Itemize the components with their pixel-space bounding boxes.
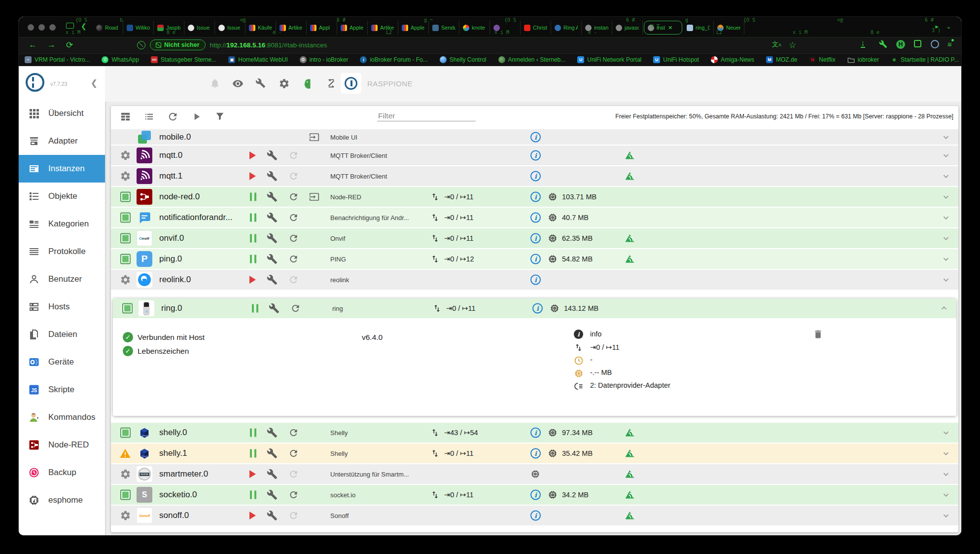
bookmark-item[interactable]: ⚙intro - ioBroker	[300, 56, 349, 63]
instance-enabled-checkbox[interactable]	[120, 490, 131, 500]
open-web-ui-button[interactable]	[309, 132, 319, 142]
instance-enabled-checkbox[interactable]	[122, 303, 133, 314]
info-icon[interactable]: i	[530, 233, 541, 244]
filter-funnel-icon[interactable]	[214, 111, 226, 123]
browser-tab[interactable]: Issue	[184, 21, 215, 35]
expert-mode-icon[interactable]	[302, 78, 314, 90]
browser-menu-icon[interactable]: ≡	[947, 40, 952, 48]
settings-wrench-button[interactable]	[267, 191, 278, 202]
bookmark-item[interactable]: ⊕Startseite | RADIO P...	[891, 56, 959, 63]
info-icon[interactable]: i	[530, 448, 541, 459]
sidebar-item-objekte[interactable]: Objekte	[19, 183, 105, 210]
tab-close-icon[interactable]: ✕	[668, 25, 672, 31]
pause-button[interactable]	[250, 193, 256, 201]
browser-tab[interactable]: Appl	[307, 21, 337, 35]
browser-tab-active[interactable]: inst ✕	[644, 21, 682, 35]
settings-wrench-button[interactable]	[267, 448, 278, 459]
bookmark-item[interactable]: UUniFi Hotspot	[653, 56, 699, 63]
restart-button[interactable]	[288, 428, 299, 438]
instance-enabled-checkbox[interactable]	[120, 233, 131, 244]
pause-button[interactable]	[252, 304, 258, 313]
visibility-eye-icon[interactable]	[232, 78, 244, 90]
sidebar-item-protokolle[interactable]: Protokolle	[19, 238, 105, 265]
restart-button[interactable]	[288, 275, 299, 285]
instance-enabled-checkbox[interactable]	[120, 213, 131, 223]
restart-button[interactable]	[288, 213, 299, 223]
bookmark-item[interactable]: Amiga-News	[711, 56, 754, 63]
info-icon[interactable]: i	[530, 192, 541, 202]
reload-instances-icon[interactable]	[167, 111, 179, 123]
bookmark-item[interactable]: iobroker	[847, 56, 879, 63]
play-button[interactable]	[249, 172, 256, 180]
browser-tab[interactable]: Apple	[398, 21, 429, 35]
restart-button[interactable]	[290, 303, 301, 314]
browser-tab[interactable]: Artike	[368, 21, 398, 35]
settings-gear-icon[interactable]	[279, 78, 290, 90]
extension-h-icon[interactable]: H	[896, 40, 905, 49]
sentry-icon[interactable]	[625, 469, 635, 480]
info-icon[interactable]: i	[530, 171, 541, 182]
downloads-icon[interactable]: ↓	[861, 40, 865, 48]
bookmark-star-icon[interactable]: ☆	[789, 40, 796, 50]
bookmark-item[interactable]: iioBroker Forum - Fo...	[360, 56, 427, 63]
sidebar-item-adapter[interactable]: Adapter	[19, 127, 105, 155]
settings-wrench-button[interactable]	[267, 427, 278, 438]
expand-chevron-icon[interactable]	[941, 510, 951, 521]
restart-button[interactable]	[288, 233, 299, 244]
tab-overview-icon[interactable]	[66, 23, 74, 29]
browser-tab[interactable]: Road	[93, 21, 123, 35]
expand-chevron-icon[interactable]	[941, 469, 951, 480]
sidebar-item-backup[interactable]: Backup	[19, 459, 105, 486]
restart-button[interactable]	[288, 254, 299, 264]
browser-tab[interactable]: instan	[582, 21, 612, 35]
sidebar-item-esphome[interactable]: esphome	[19, 486, 105, 514]
sidebar-item-nodered[interactable]: Node-RED	[19, 431, 105, 459]
play-button[interactable]	[249, 470, 256, 478]
password-manager-icon[interactable]	[931, 40, 939, 48]
bookmark-item[interactable]: ~VRM Portal - Victro...	[25, 56, 90, 63]
info-icon[interactable]: i	[530, 254, 541, 264]
info-icon[interactable]: i	[530, 490, 541, 500]
expand-chevron-icon[interactable]	[941, 448, 951, 459]
settings-wrench-button[interactable]	[267, 233, 278, 244]
browser-tab[interactable]: Jaspb	[154, 21, 184, 35]
sentry-icon[interactable]	[625, 428, 635, 438]
instance-enabled-checkbox[interactable]	[120, 192, 131, 202]
bookmark-item[interactable]: MMOZ.de	[766, 56, 797, 63]
sidebar-item-benutzer[interactable]: Benutzer	[19, 265, 105, 293]
info-icon[interactable]: i	[530, 428, 541, 438]
system-wrench-icon[interactable]	[255, 78, 267, 90]
browser-tab[interactable]: Neuer	[714, 21, 744, 35]
open-web-ui-button[interactable]	[309, 192, 319, 202]
bookmark-item[interactable]: ▣HomeMatic WebUI	[228, 56, 287, 63]
sidebar-item-geraete[interactable]: Geräte	[19, 348, 105, 376]
settings-wrench-button[interactable]	[267, 510, 278, 521]
window-close-button[interactable]	[28, 24, 34, 31]
expand-chevron-icon[interactable]	[941, 427, 951, 438]
settings-wrench-button[interactable]	[269, 303, 280, 314]
bookmark-item[interactable]: Anmelden ‹ Sterneb...	[498, 56, 566, 63]
browser-tab[interactable]: Apple	[337, 21, 368, 35]
pause-button[interactable]	[250, 491, 256, 499]
settings-wrench-button[interactable]	[267, 171, 278, 182]
expand-chevron-icon[interactable]	[939, 303, 949, 314]
bookmark-item[interactable]: ✆WhatsApp	[102, 56, 139, 63]
browser-tab[interactable]: ring_0	[683, 21, 714, 35]
play-button[interactable]	[249, 512, 256, 519]
sidebar-item-hosts[interactable]: Hosts	[19, 293, 105, 321]
expand-chevron-icon[interactable]	[941, 233, 951, 244]
browser-tab[interactable]: javasc	[612, 21, 643, 35]
instance-enabled-checkbox[interactable]	[120, 254, 131, 264]
tab-scroll-right-icon[interactable]: ▸	[935, 23, 939, 30]
url-text[interactable]: http://192.168.5.16:8081/#tab-instances	[210, 41, 327, 49]
window-minimize-button[interactable]	[38, 24, 45, 31]
restart-button[interactable]	[288, 469, 299, 480]
sentry-icon[interactable]	[625, 511, 635, 521]
bookmark-item[interactable]: GOStatusgeber Sterne...	[151, 56, 216, 63]
browser-tab[interactable]: knote	[459, 21, 490, 35]
expand-chevron-icon[interactable]	[941, 150, 951, 161]
back-button[interactable]: ←	[29, 40, 37, 50]
tab-list-chevron-icon[interactable]: ⌄	[946, 23, 951, 30]
pause-button[interactable]	[250, 449, 256, 458]
reload-button[interactable]: ⟳	[66, 40, 73, 50]
